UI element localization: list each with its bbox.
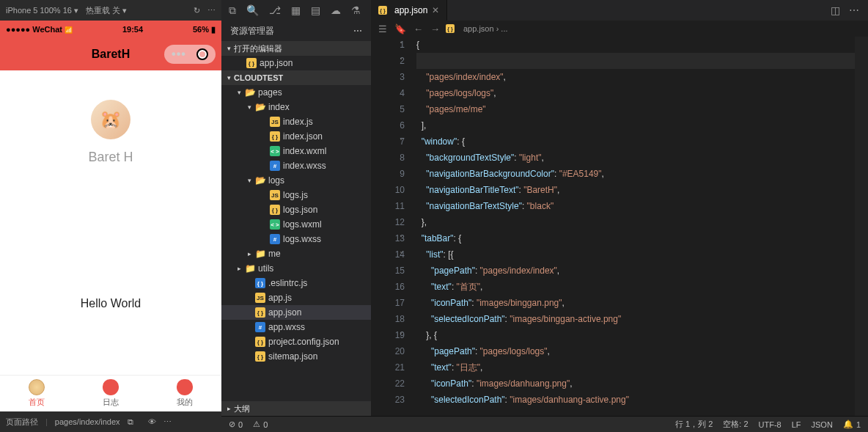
open-editor-item[interactable]: { }app.json: [221, 56, 371, 70]
tree-item[interactable]: ▾📂pages: [221, 85, 371, 100]
tabbar-item-0[interactable]: 首页: [0, 376, 74, 411]
file-icon: { }: [255, 307, 265, 318]
back-icon[interactable]: ←: [413, 23, 423, 34]
code-content[interactable]: { "pages": [ "pages/index/index", "pages…: [416, 37, 855, 416]
menu-icon[interactable]: •••: [172, 48, 186, 61]
tree-item[interactable]: { }sitemap.json: [221, 349, 371, 364]
tabbar-item-2[interactable]: 我的: [147, 376, 221, 411]
editor-tab-active[interactable]: { } app.json ✕: [371, 0, 447, 21]
tab-more-icon[interactable]: ⋯: [849, 4, 859, 16]
file-icon: 📂: [255, 102, 265, 112]
beaker-icon[interactable]: ⚗: [351, 4, 361, 16]
language-indicator[interactable]: JSON: [812, 420, 833, 429]
list-icon[interactable]: ☰: [378, 23, 387, 34]
eye-icon[interactable]: 👁: [148, 417, 156, 426]
close-icon[interactable]: [196, 48, 208, 60]
file-icon: 📂: [255, 175, 265, 186]
tree-item[interactable]: ▸📁me: [221, 246, 371, 261]
cloud-icon[interactable]: ☁: [331, 4, 341, 16]
file-icon: { }: [270, 131, 280, 142]
tree-item[interactable]: #app.wxss: [221, 320, 371, 334]
tree-item[interactable]: JSindex.js: [221, 114, 371, 129]
tree-item[interactable]: { }.eslintrc.js: [221, 276, 371, 290]
forward-icon[interactable]: →: [430, 23, 440, 34]
device-selector[interactable]: iPhone 5 100% 16 ▾: [6, 6, 78, 15]
outline-section[interactable]: ▸大纲: [221, 401, 371, 416]
tree-item[interactable]: ▸📁utils: [221, 261, 371, 276]
hello-text: Hello World: [81, 297, 141, 310]
code-editor[interactable]: 1˅2˅34567˅8910111213˅14˅1516171819˅20212…: [371, 37, 868, 416]
tree-item[interactable]: ▾📂logs: [221, 173, 371, 188]
open-editors-section[interactable]: ▾打开的编辑器: [221, 41, 371, 56]
refresh-icon[interactable]: ↻: [194, 6, 200, 15]
encoding-indicator[interactable]: UTF-8: [759, 420, 781, 429]
username-label: Baret H: [88, 150, 133, 165]
tree-item[interactable]: { }project.config.json: [221, 334, 371, 349]
tabbar-item-1[interactable]: 日志: [74, 376, 148, 411]
file-label: utils: [258, 263, 273, 274]
file-icon: #: [270, 161, 280, 171]
tree-item[interactable]: ▾📂index: [221, 100, 371, 114]
file-icon: { }: [255, 278, 265, 288]
ide-top-icons: ⧉ 🔍 ⎇ ▦ ▤ ☁ ⚗: [221, 0, 371, 21]
file-tree: ▾📂pages▾📂indexJSindex.js{ }index.json< >…: [221, 85, 371, 401]
file-label: logs.json: [283, 205, 317, 215]
chevron-icon: ▾: [248, 103, 255, 111]
files-icon[interactable]: ⧉: [229, 4, 236, 17]
tree-item[interactable]: { }app.json: [221, 305, 371, 320]
search-icon[interactable]: 🔍: [246, 4, 259, 16]
chevron-icon: ▾: [248, 177, 255, 184]
statusbar-left: ⊘ 0 ⚠ 0: [221, 416, 371, 432]
copy-icon[interactable]: ⧉: [128, 417, 133, 427]
tab-close-icon[interactable]: ✕: [432, 5, 439, 15]
page-path[interactable]: pages/index/index: [55, 417, 120, 426]
tree-item[interactable]: JSlogs.js: [221, 188, 371, 202]
errors-count[interactable]: ⊘ 0: [229, 420, 243, 429]
file-icon: JS: [255, 293, 265, 303]
tree-item[interactable]: #index.wxss: [221, 158, 371, 173]
file-label: index: [268, 102, 290, 112]
ext-icon1[interactable]: ▦: [291, 4, 301, 16]
clock-label: 19:54: [122, 25, 143, 34]
tree-item[interactable]: { }logs.json: [221, 202, 371, 217]
tabbar-icon: [29, 379, 45, 395]
reload-toggle[interactable]: 热重载 关 ▾: [86, 5, 127, 16]
battery-label: 56% ▮: [193, 25, 216, 34]
bell-icon[interactable]: 🔔 1: [843, 420, 861, 429]
file-icon: { }: [270, 205, 280, 215]
file-icon: < >: [270, 146, 280, 156]
spaces-indicator[interactable]: 空格: 2: [723, 419, 748, 430]
chevron-icon: ▾: [238, 89, 245, 96]
more-icon[interactable]: ⋯: [207, 6, 216, 15]
bookmark-icon[interactable]: 🔖: [394, 23, 406, 34]
capsule-button[interactable]: •••: [164, 45, 216, 64]
split-icon[interactable]: ◫: [831, 4, 840, 16]
tree-item[interactable]: < >logs.wxml: [221, 217, 371, 232]
branch-icon[interactable]: ⎇: [269, 4, 281, 16]
file-label: me: [268, 249, 281, 259]
minimap[interactable]: [855, 37, 868, 416]
file-label: logs.js: [283, 190, 308, 200]
ext-icon2[interactable]: ▤: [311, 4, 320, 16]
editor-panel: { } app.json ✕ ◫ ⋯ ☰ 🔖 ← → { } app.json …: [371, 0, 868, 432]
file-label: .eslintrc.js: [268, 278, 307, 288]
tree-item[interactable]: #logs.wxss: [221, 232, 371, 246]
tree-item[interactable]: JSapp.js: [221, 290, 371, 305]
file-icon: { }: [255, 337, 265, 347]
more-footer-icon[interactable]: ⋯: [163, 417, 172, 427]
tabbar: 首页日志我的: [0, 375, 221, 411]
project-root-section[interactable]: ▾CLOUDTEST: [221, 70, 371, 85]
tree-item[interactable]: < >index.wxml: [221, 144, 371, 158]
avatar[interactable]: 🐹: [91, 100, 130, 139]
chevron-icon: ▸: [238, 265, 245, 272]
cursor-position[interactable]: 行 1，列 2: [675, 419, 713, 430]
file-icon: 📁: [245, 263, 255, 274]
warnings-count[interactable]: ⚠ 0: [253, 420, 268, 429]
breadcrumb-path[interactable]: app.json › ...: [463, 24, 508, 33]
tabbar-icon: [177, 379, 193, 395]
eol-indicator[interactable]: LF: [792, 420, 801, 429]
json-icon: { }: [378, 6, 387, 15]
explorer-more-icon[interactable]: ⋯: [353, 26, 362, 36]
simulator-toolbar: iPhone 5 100% 16 ▾ 热重载 关 ▾ ↻ ⋯: [0, 0, 221, 21]
tree-item[interactable]: { }index.json: [221, 129, 371, 144]
